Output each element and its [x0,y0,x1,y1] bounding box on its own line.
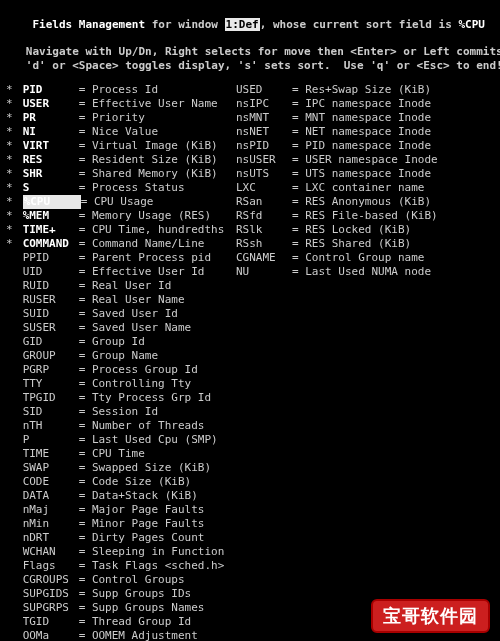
field-name: USER [23,97,79,111]
field-row[interactable]: CGNAME = Control Group name [236,251,494,265]
field-row[interactable]: P = Last Used Cpu (SMP) [6,433,236,447]
field-row[interactable]: * SHR = Shared Memory (KiB) [6,167,236,181]
field-row[interactable]: TIME = CPU Time [6,447,236,461]
field-row[interactable]: nsUTS = UTS namespace Inode [236,167,494,181]
fields-management-screen: Fields Management for window 1:Def, whos… [0,0,500,641]
toggle-marker: * [6,181,16,195]
field-description: MNT namespace Inode [305,111,431,124]
field-description: UTS namespace Inode [305,167,431,180]
field-row[interactable]: NU = Last Used NUMA node [236,265,494,279]
field-row[interactable]: CODE = Code Size (KiB) [6,475,236,489]
toggle-marker [6,293,16,307]
field-row[interactable]: * VIRT = Virtual Image (KiB) [6,139,236,153]
field-name: LXC [236,181,292,195]
field-description: Parent Process pid [92,251,211,264]
field-name: S [23,181,79,195]
field-row[interactable]: PPID = Parent Process pid [6,251,236,265]
field-description: Saved User Id [92,307,178,320]
field-row[interactable]: SID = Session Id [6,405,236,419]
field-name: UID [23,265,79,279]
field-row[interactable]: RSan = RES Anonymous (KiB) [236,195,494,209]
field-row[interactable]: USED = Res+Swap Size (KiB) [236,83,494,97]
header-line-2: Navigate with Up/Dn, Right selects for m… [6,45,494,59]
field-description: CPU Usage [94,195,154,208]
field-name: TGID [23,615,79,629]
field-row[interactable]: OOMa = OOMEM Adjustment [6,629,236,641]
field-row[interactable]: * NI = Nice Value [6,125,236,139]
toggle-marker: * [6,125,16,139]
field-row[interactable]: nsNET = NET namespace Inode [236,125,494,139]
field-row[interactable]: SUPGIDS = Supp Groups IDs [6,587,236,601]
field-row[interactable]: RSsh = RES Shared (KiB) [236,237,494,251]
toggle-marker [6,363,16,377]
field-row[interactable]: SUPGRPS = Supp Groups Names [6,601,236,615]
field-row[interactable]: * %MEM = Memory Usage (RES) [6,209,236,223]
field-name: SUPGIDS [23,587,79,601]
field-name: RSsh [236,237,292,251]
field-row[interactable]: SUID = Saved User Id [6,307,236,321]
field-name: TPGID [23,391,79,405]
field-row[interactable]: UID = Effective User Id [6,265,236,279]
field-row[interactable]: nsPID = PID namespace Inode [236,139,494,153]
field-row[interactable]: CGROUPS = Control Groups [6,573,236,587]
field-name: COMMAND [23,237,79,251]
field-row[interactable]: * PR = Priority [6,111,236,125]
field-row[interactable]: nsUSER = USER namespace Inode [236,153,494,167]
toggle-marker [6,349,16,363]
sort-intro-text: , whose current sort field is [260,18,459,31]
field-row[interactable]: nsMNT = MNT namespace Inode [236,111,494,125]
field-row[interactable]: WCHAN = Sleeping in Function [6,545,236,559]
field-row[interactable]: nTH = Number of Threads [6,419,236,433]
field-row[interactable]: SUSER = Saved User Name [6,321,236,335]
field-row[interactable]: SWAP = Swapped Size (KiB) [6,461,236,475]
field-description: Last Used NUMA node [305,265,431,278]
field-description: Effective User Id [92,265,205,278]
field-row[interactable]: nsIPC = IPC namespace Inode [236,97,494,111]
title-label: Fields Management [33,18,146,31]
field-row[interactable]: nDRT = Dirty Pages Count [6,531,236,545]
field-description: Memory Usage (RES) [92,209,211,222]
field-row[interactable]: DATA = Data+Stack (KiB) [6,489,236,503]
field-row[interactable]: nMin = Minor Page Faults [6,517,236,531]
field-row[interactable]: * S = Process Status [6,181,236,195]
toggle-marker [6,475,16,489]
fields-column-left[interactable]: * PID = Process Id* USER = Effective Use… [6,83,236,641]
toggle-marker: * [6,83,16,97]
toggle-marker [6,265,16,279]
field-row[interactable]: * RES = Resident Size (KiB) [6,153,236,167]
field-row[interactable]: TPGID = Tty Process Grp Id [6,391,236,405]
toggle-marker [6,601,16,615]
field-row[interactable]: * PID = Process Id [6,83,236,97]
field-description: Controlling Tty [92,377,191,390]
field-row[interactable]: LXC = LXC container name [236,181,494,195]
field-row[interactable]: nMaj = Major Page Faults [6,503,236,517]
field-row[interactable]: * USER = Effective User Name [6,97,236,111]
field-row[interactable]: TGID = Thread Group Id [6,615,236,629]
field-row[interactable]: Flags = Task Flags <sched.h> [6,559,236,573]
field-name: CGROUPS [23,573,79,587]
field-description: PID namespace Inode [305,139,431,152]
field-row[interactable]: GID = Group Id [6,335,236,349]
fields-columns: * PID = Process Id* USER = Effective Use… [6,83,494,641]
toggle-marker: * [6,167,16,181]
field-description: LXC container name [305,181,424,194]
fields-column-right[interactable]: USED = Res+Swap Size (KiB)nsIPC = IPC na… [236,83,494,641]
field-row[interactable]: * TIME+ = CPU Time, hundredths [6,223,236,237]
field-name: WCHAN [23,545,79,559]
field-row[interactable]: GROUP = Group Name [6,349,236,363]
field-name: RSlk [236,223,292,237]
field-row[interactable]: RSlk = RES Locked (KiB) [236,223,494,237]
field-row[interactable]: RUSER = Real User Name [6,293,236,307]
field-description: Command Name/Line [92,237,205,250]
field-row[interactable]: * COMMAND = Command Name/Line [6,237,236,251]
field-row[interactable]: RUID = Real User Id [6,279,236,293]
toggle-marker [6,447,16,461]
field-row[interactable]: * %CPU = CPU Usage [6,195,236,209]
field-row[interactable]: PGRP = Process Group Id [6,363,236,377]
field-row[interactable]: TTY = Controlling Tty [6,377,236,391]
field-row[interactable]: RSfd = RES File-based (KiB) [236,209,494,223]
field-description: Saved User Name [92,321,191,334]
field-name: PID [23,83,79,97]
field-name: %CPU [23,195,81,209]
field-name: GROUP [23,349,79,363]
